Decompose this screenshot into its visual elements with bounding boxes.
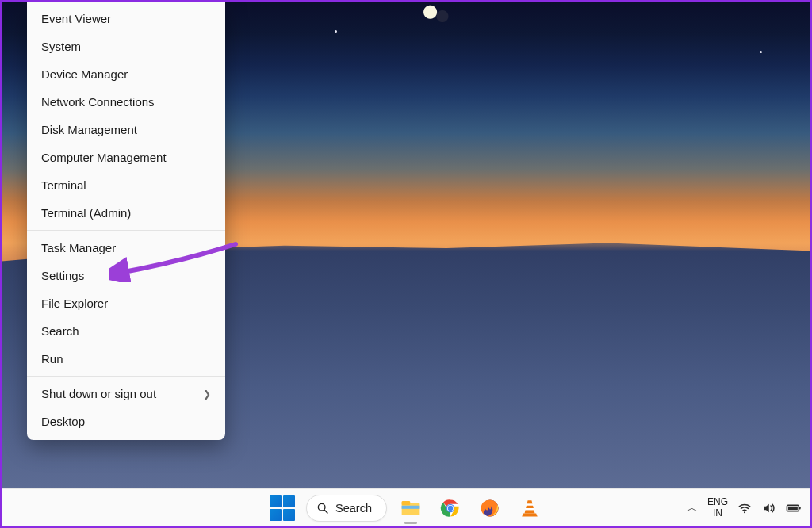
search-icon [316, 502, 329, 515]
svg-point-12 [744, 511, 745, 513]
menu-item-computer-management[interactable]: Computer Management [27, 143, 225, 171]
svg-rect-3 [402, 501, 411, 505]
star-decoration [760, 51, 762, 53]
menu-item-label: File Explorer [41, 297, 108, 310]
taskbar-tray: ︿ ENG IN [687, 497, 802, 519]
taskbar-center: Search [266, 492, 546, 524]
menu-item-desktop[interactable]: Desktop [27, 407, 225, 435]
svg-rect-14 [788, 506, 798, 510]
menu-item-search[interactable]: Search [27, 317, 225, 345]
menu-item-label: Network Connections [41, 95, 155, 109]
svg-rect-11 [525, 508, 534, 510]
windows-icon [270, 495, 295, 521]
menu-item-label: Search [41, 324, 79, 338]
menu-item-file-explorer[interactable]: File Explorer [27, 289, 225, 317]
taskbar-search[interactable]: Search [306, 495, 387, 522]
menu-item-shutdown-signout[interactable]: Shut down or sign out ❯ [27, 380, 225, 407]
menu-item-label: Settings [41, 269, 84, 282]
taskbar-app-firefox[interactable] [474, 492, 506, 524]
language-primary: ENG [707, 497, 728, 508]
vlc-icon [519, 498, 540, 518]
menu-item-device-manager[interactable]: Device Manager [27, 60, 225, 88]
svg-point-8 [448, 505, 454, 511]
menu-item-event-viewer[interactable]: Event Viewer [27, 5, 225, 33]
menu-item-label: Shut down or sign out [41, 387, 156, 400]
menu-item-task-manager[interactable]: Task Manager [27, 234, 225, 262]
taskbar-app-vlc[interactable] [514, 492, 546, 524]
tray-overflow-button[interactable]: ︿ [687, 501, 698, 515]
menu-separator [27, 376, 225, 377]
chevron-right-icon: ❯ [203, 388, 211, 400]
volume-icon[interactable] [761, 501, 776, 515]
menu-item-label: Run [41, 352, 63, 365]
start-button[interactable] [266, 492, 298, 524]
menu-item-label: Device Manager [41, 67, 128, 81]
chrome-icon [440, 498, 461, 518]
menu-item-terminal-admin[interactable]: Terminal (Admin) [27, 199, 225, 227]
menu-item-label: System [41, 40, 81, 53]
menu-item-label: Terminal (Admin) [41, 206, 131, 220]
file-explorer-icon [400, 498, 421, 518]
taskbar-app-chrome[interactable] [435, 492, 466, 524]
taskbar: Search [2, 488, 810, 526]
menu-item-label: Computer Management [41, 151, 167, 164]
start-context-menu: Event Viewer System Device Manager Netwo… [27, 2, 225, 440]
menu-item-system[interactable]: System [27, 33, 225, 60]
menu-item-label: Event Viewer [41, 12, 111, 25]
menu-item-label: Desktop [41, 415, 85, 428]
menu-item-label: Terminal [41, 178, 86, 192]
menu-item-label: Disk Management [41, 123, 137, 136]
language-secondary: IN [707, 508, 728, 519]
svg-rect-10 [526, 503, 533, 505]
menu-item-network-connections[interactable]: Network Connections [27, 88, 225, 116]
firefox-icon [480, 498, 500, 518]
menu-item-settings[interactable]: Settings [27, 262, 225, 289]
svg-rect-4 [402, 505, 420, 508]
menu-item-run[interactable]: Run [27, 345, 225, 373]
svg-line-1 [324, 510, 327, 513]
language-indicator[interactable]: ENG IN [707, 497, 728, 519]
menu-item-disk-management[interactable]: Disk Management [27, 116, 225, 143]
search-label: Search [335, 502, 372, 515]
menu-separator [27, 230, 225, 231]
taskbar-app-file-explorer[interactable] [395, 492, 427, 524]
menu-item-label: Task Manager [41, 241, 116, 254]
battery-icon[interactable] [785, 501, 802, 515]
svg-rect-15 [799, 507, 801, 509]
wifi-icon[interactable] [737, 501, 752, 515]
star-decoration [335, 30, 337, 33]
menu-item-terminal[interactable]: Terminal [27, 171, 225, 199]
